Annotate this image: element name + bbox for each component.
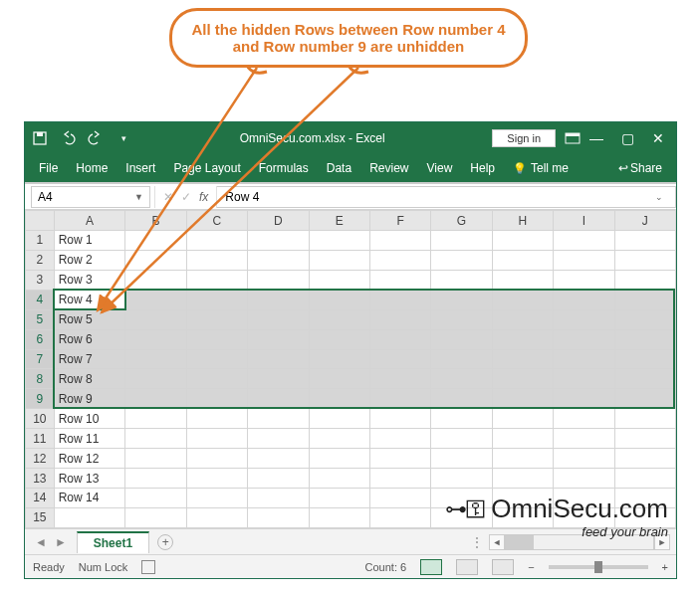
cell-F12[interactable] xyxy=(369,449,430,469)
cell-F9[interactable] xyxy=(369,389,430,409)
cell-G2[interactable] xyxy=(431,250,492,270)
view-normal-icon[interactable] xyxy=(420,559,442,575)
cell-D1[interactable] xyxy=(248,231,309,251)
col-header-E[interactable]: E xyxy=(309,211,369,231)
cell-G1[interactable] xyxy=(431,231,492,251)
cell-F10[interactable] xyxy=(369,409,430,429)
cell-E3[interactable] xyxy=(309,270,369,290)
cell-D10[interactable] xyxy=(248,409,309,429)
cell-C4[interactable] xyxy=(186,290,247,309)
cell-F15[interactable] xyxy=(369,507,430,527)
cell-I13[interactable] xyxy=(554,469,614,489)
view-pagelayout-icon[interactable] xyxy=(456,559,478,575)
tell-me[interactable]: Tell me xyxy=(513,161,569,175)
cell-E5[interactable] xyxy=(309,309,369,329)
cell-B1[interactable] xyxy=(125,231,186,251)
cell-A12[interactable]: Row 12 xyxy=(54,449,125,469)
cell-C10[interactable] xyxy=(186,409,247,429)
zoom-slider[interactable] xyxy=(549,565,648,569)
cell-C12[interactable] xyxy=(186,449,247,469)
row-header-15[interactable]: 15 xyxy=(26,507,55,527)
cell-I9[interactable] xyxy=(554,389,614,409)
cell-H9[interactable] xyxy=(492,389,553,409)
cell-I1[interactable] xyxy=(554,231,614,251)
cell-D12[interactable] xyxy=(248,449,309,469)
cell-A7[interactable]: Row 7 xyxy=(54,349,125,369)
cell-I7[interactable] xyxy=(554,349,614,369)
cell-H7[interactable] xyxy=(492,349,553,369)
minimize-icon[interactable]: — xyxy=(589,130,603,146)
cell-C6[interactable] xyxy=(186,329,247,349)
sheet-next-icon[interactable]: ► xyxy=(55,535,67,549)
tab-page-layout[interactable]: Page Layout xyxy=(173,161,240,175)
cell-B5[interactable] xyxy=(125,309,186,329)
cell-E15[interactable] xyxy=(309,507,369,527)
row-header-2[interactable]: 2 xyxy=(26,250,55,270)
cell-J13[interactable] xyxy=(614,469,675,489)
cell-A6[interactable]: Row 6 xyxy=(54,329,125,349)
cell-A9[interactable]: Row 9 xyxy=(54,389,125,409)
cell-I4[interactable] xyxy=(554,290,614,309)
cell-C2[interactable] xyxy=(186,250,247,270)
cell-E2[interactable] xyxy=(309,250,369,270)
cell-B6[interactable] xyxy=(125,329,186,349)
cell-G13[interactable] xyxy=(431,469,492,489)
cell-B14[interactable] xyxy=(125,488,186,507)
close-icon[interactable]: ✕ xyxy=(652,130,664,146)
cell-G5[interactable] xyxy=(431,309,492,329)
cell-F13[interactable] xyxy=(369,469,430,489)
cell-E4[interactable] xyxy=(309,290,369,309)
cell-G8[interactable] xyxy=(431,369,492,389)
row-header-11[interactable]: 11 xyxy=(26,429,55,449)
cell-E6[interactable] xyxy=(309,329,369,349)
cell-G3[interactable] xyxy=(431,270,492,290)
cell-F8[interactable] xyxy=(369,369,430,389)
zoom-in-button[interactable]: + xyxy=(662,561,668,573)
cell-C5[interactable] xyxy=(186,309,247,329)
redo-icon[interactable] xyxy=(87,129,105,147)
cell-I6[interactable] xyxy=(554,329,614,349)
cell-H11[interactable] xyxy=(492,429,553,449)
cell-J5[interactable] xyxy=(614,309,675,329)
tab-help[interactable]: Help xyxy=(470,161,495,175)
cell-G10[interactable] xyxy=(431,409,492,429)
tab-home[interactable]: Home xyxy=(76,161,108,175)
cell-A2[interactable]: Row 2 xyxy=(54,250,125,270)
cell-D11[interactable] xyxy=(248,429,309,449)
cell-F1[interactable] xyxy=(369,231,430,251)
cell-B11[interactable] xyxy=(125,429,186,449)
row-header-12[interactable]: 12 xyxy=(26,449,55,469)
fx-icon[interactable]: fx xyxy=(199,190,208,204)
cell-C13[interactable] xyxy=(186,469,247,489)
cell-A8[interactable]: Row 8 xyxy=(54,369,125,389)
worksheet-grid[interactable]: ABCDEFGHIJ1Row 12Row 23Row 34Row 45Row 5… xyxy=(25,210,676,528)
formula-expand-icon[interactable]: ⌄ xyxy=(655,192,667,202)
cell-B13[interactable] xyxy=(125,469,186,489)
cell-H2[interactable] xyxy=(492,250,553,270)
cell-D15[interactable] xyxy=(248,507,309,527)
cell-E12[interactable] xyxy=(309,449,369,469)
cell-D6[interactable] xyxy=(248,329,309,349)
cell-D8[interactable] xyxy=(248,369,309,389)
row-header-6[interactable]: 6 xyxy=(26,329,55,349)
cell-H10[interactable] xyxy=(492,409,553,429)
formula-input[interactable]: Row 4 ⌄ xyxy=(217,186,676,208)
col-header-J[interactable]: J xyxy=(614,211,675,231)
cell-D7[interactable] xyxy=(248,349,309,369)
row-header-7[interactable]: 7 xyxy=(26,349,55,369)
cell-E11[interactable] xyxy=(309,429,369,449)
cell-A3[interactable]: Row 3 xyxy=(54,270,125,290)
cell-J3[interactable] xyxy=(614,270,675,290)
cell-H1[interactable] xyxy=(492,231,553,251)
cell-C11[interactable] xyxy=(186,429,247,449)
cell-F14[interactable] xyxy=(369,488,430,507)
cell-A4[interactable]: Row 4 xyxy=(54,290,125,309)
row-header-4[interactable]: 4 xyxy=(26,290,55,309)
cell-C3[interactable] xyxy=(186,270,247,290)
cell-I11[interactable] xyxy=(554,429,614,449)
cell-B3[interactable] xyxy=(125,270,186,290)
undo-icon[interactable] xyxy=(59,129,77,147)
cell-A13[interactable]: Row 13 xyxy=(54,469,125,489)
cell-E10[interactable] xyxy=(309,409,369,429)
cell-H3[interactable] xyxy=(492,270,553,290)
